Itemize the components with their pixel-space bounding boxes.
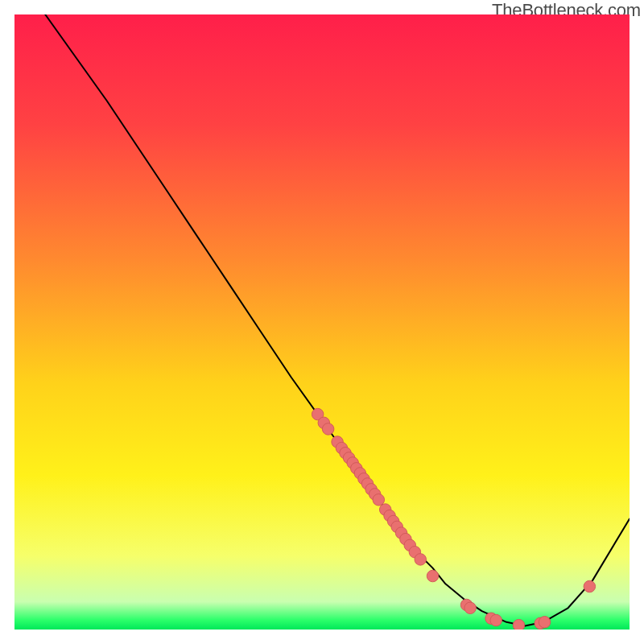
bottleneck-curve <box>45 14 630 625</box>
curve-marker <box>490 614 502 626</box>
curve-marker <box>415 554 427 566</box>
curve-marker <box>539 617 551 629</box>
curve-markers <box>312 408 595 630</box>
curve-layer <box>14 14 630 630</box>
curve-marker <box>373 494 385 506</box>
curve-marker <box>584 580 596 592</box>
chart-stage: TheBottleneck.com <box>0 0 644 644</box>
curve-marker <box>322 423 334 436</box>
curve-marker <box>464 602 477 614</box>
curve-marker <box>427 570 439 582</box>
curve-marker <box>513 619 525 630</box>
plot-area <box>14 14 630 630</box>
